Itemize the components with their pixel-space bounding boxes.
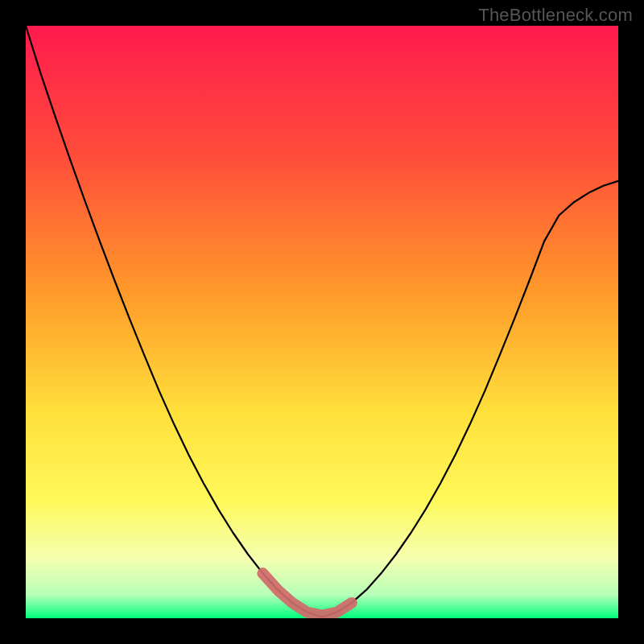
gradient-background [26,26,618,618]
chart-frame [26,26,618,618]
watermark-text: TheBottleneck.com [478,5,633,26]
bottleneck-plot [26,26,618,618]
